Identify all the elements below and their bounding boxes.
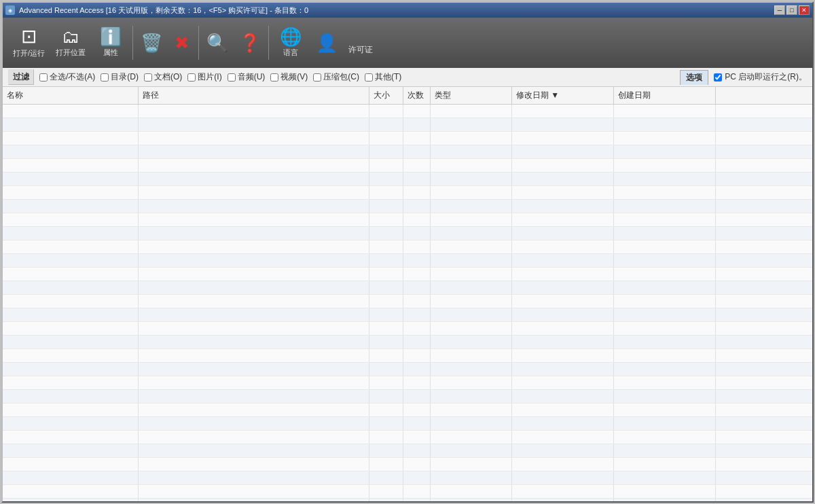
table-row[interactable] — [3, 268, 812, 281]
table-cell — [614, 485, 716, 498]
close-button[interactable]: ✕ — [799, 5, 810, 15]
table-cell — [403, 186, 431, 199]
search-button[interactable]: 🔍 — [202, 21, 233, 65]
filter-document-checkbox[interactable] — [144, 73, 152, 82]
help-button[interactable]: ❓ — [234, 21, 266, 65]
language-button[interactable]: 🌐 语言 — [272, 21, 310, 65]
table-cell — [3, 173, 139, 185]
table-cell — [614, 281, 716, 294]
filter-other-checkbox[interactable] — [365, 73, 373, 82]
table-cell — [403, 322, 431, 335]
table-cell — [369, 485, 403, 498]
table-row[interactable] — [3, 240, 812, 254]
filter-audio[interactable]: 音频(U) — [228, 71, 266, 83]
table-cell — [403, 363, 431, 376]
user-button[interactable]: 👤 — [311, 21, 342, 65]
properties-button[interactable]: ℹ️ 属性 — [92, 21, 130, 65]
filter-audio-checkbox[interactable] — [228, 73, 236, 82]
filter-video[interactable]: 视频(V) — [270, 71, 308, 83]
table-cell — [139, 227, 369, 240]
table-row[interactable] — [3, 431, 812, 444]
col-header-modified[interactable]: 修改日期 ▼ — [512, 87, 614, 104]
filter-image[interactable]: 图片(I) — [187, 71, 221, 83]
table-cell — [403, 281, 431, 294]
table-row[interactable] — [3, 227, 812, 240]
help-icon: ❓ — [239, 34, 261, 52]
table-row[interactable] — [3, 159, 812, 173]
table-row[interactable] — [3, 295, 812, 308]
table-cell — [403, 240, 431, 253]
table-cell — [614, 105, 716, 118]
table-row[interactable] — [3, 200, 812, 213]
remove-button[interactable]: ✖ — [168, 21, 196, 65]
table-row[interactable] — [3, 444, 812, 458]
table-row[interactable] — [3, 105, 812, 118]
filter-image-checkbox[interactable] — [187, 73, 196, 82]
table-cell — [512, 295, 614, 308]
table-row[interactable] — [3, 145, 812, 159]
table-row[interactable] — [3, 363, 812, 376]
table-cell — [139, 499, 369, 501]
filter-directory[interactable]: 目录(D) — [101, 71, 139, 83]
table-cell — [403, 376, 431, 389]
toolbar-separator-3 — [268, 26, 269, 60]
table-row[interactable] — [3, 349, 812, 363]
table-cell — [3, 376, 139, 389]
table-row[interactable] — [3, 308, 812, 322]
table-row[interactable] — [3, 485, 812, 499]
table-row[interactable] — [3, 322, 812, 336]
table-cell — [403, 173, 431, 185]
table-row[interactable] — [3, 254, 812, 268]
open-location-button[interactable]: 🗂 打开位置 — [51, 21, 90, 65]
table-row[interactable] — [3, 186, 812, 200]
table-cell — [403, 336, 431, 348]
table-row[interactable] — [3, 376, 812, 390]
filter-other[interactable]: 其他(T) — [365, 71, 401, 83]
filter-directory-checkbox[interactable] — [101, 73, 109, 82]
table-cell — [3, 431, 139, 444]
table-cell — [3, 105, 139, 118]
filter-other-label: 其他(T) — [375, 71, 401, 83]
table-row[interactable] — [3, 403, 812, 417]
table-cell — [369, 268, 403, 281]
table-row[interactable] — [3, 499, 812, 501]
table-row[interactable] — [3, 390, 812, 403]
table-cell — [431, 308, 512, 321]
table-row[interactable] — [3, 281, 812, 295]
col-header-type[interactable]: 类型 — [431, 87, 512, 104]
table-row[interactable] — [3, 471, 812, 485]
col-header-name[interactable]: 名称 — [3, 87, 139, 104]
filter-select-all-checkbox[interactable] — [39, 73, 48, 82]
properties-label: 属性 — [103, 48, 118, 58]
table-row[interactable] — [3, 458, 812, 471]
table-cell — [431, 281, 512, 294]
col-header-count[interactable]: 次数 — [403, 87, 431, 104]
filter-archive[interactable]: 压缩包(C) — [313, 71, 359, 83]
filter-video-label: 视频(V) — [280, 71, 308, 83]
filter-archive-checkbox[interactable] — [313, 73, 321, 82]
filter-video-checkbox[interactable] — [270, 73, 278, 82]
table-row[interactable] — [3, 336, 812, 349]
filter-document[interactable]: 文档(O) — [144, 71, 182, 83]
table-row[interactable] — [3, 132, 812, 145]
open-run-button[interactable]: ⊡ 打开/运行 — [8, 21, 50, 65]
table-row[interactable] — [3, 417, 812, 431]
table-row[interactable] — [3, 173, 812, 186]
table-cell — [512, 132, 614, 145]
delete-icon: 🗑️ — [141, 34, 162, 52]
maximize-button[interactable]: □ — [786, 5, 797, 15]
autorun-checkbox[interactable] — [714, 73, 722, 82]
table-row[interactable] — [3, 213, 812, 227]
table-cell — [512, 363, 614, 376]
col-header-size[interactable]: 大小 — [369, 87, 403, 104]
col-header-created[interactable]: 创建日期 — [614, 87, 716, 104]
minimize-button[interactable]: ─ — [774, 5, 785, 15]
table-cell — [614, 118, 716, 131]
delete-button[interactable]: 🗑️ — [136, 21, 167, 65]
table-cell — [614, 200, 716, 213]
col-header-path[interactable]: 路径 — [139, 87, 369, 104]
table-row[interactable] — [3, 118, 812, 132]
license-button[interactable]: 许可证 — [344, 21, 378, 65]
options-tab[interactable]: 选项 — [680, 70, 708, 85]
filter-select-all[interactable]: 全选/不选(A) — [39, 71, 95, 83]
